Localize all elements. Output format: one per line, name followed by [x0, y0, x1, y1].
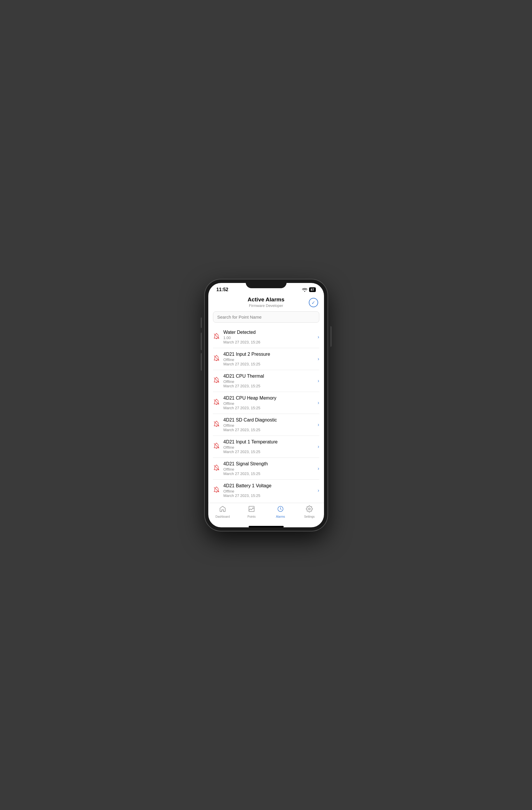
- tab-bar: Dashboard Points Alarms: [208, 503, 324, 524]
- alarm-item[interactable]: 4D21 Input 2 Pressure Offline March 27 2…: [213, 348, 319, 370]
- circle-check-icon[interactable]: ✓: [309, 298, 318, 307]
- alarm-list: Water Detected 1.00 March 27 2023, 15:26…: [208, 326, 324, 503]
- status-icons: 87: [302, 287, 316, 292]
- alarm-name: 4D21 Signal Strength: [223, 461, 316, 467]
- alarm-content: 4D21 Signal Strength Offline March 27 20…: [223, 461, 316, 476]
- alarm-status: Offline: [223, 379, 316, 384]
- alarm-item[interactable]: 4D21 Input 1 Temperature Offline March 2…: [213, 436, 319, 458]
- power-button: [330, 326, 332, 347]
- alarm-content: 4D21 Input 2 Pressure Offline March 27 2…: [223, 352, 316, 366]
- alarm-name: 4D21 CPU Thermal: [223, 374, 316, 379]
- alarm-content: 4D21 CPU Thermal Offline March 27 2023, …: [223, 374, 316, 388]
- page-subtitle: Firmware Developer: [214, 304, 318, 308]
- alarm-bell-icon: [213, 333, 220, 341]
- alarm-status: Offline: [223, 445, 316, 450]
- alarm-item[interactable]: 4D21 CPU Heap Memory Offline March 27 20…: [213, 392, 319, 414]
- alarms-icon: [277, 505, 284, 514]
- alarm-status: Offline: [223, 467, 316, 471]
- alarm-name: 4D21 Input 1 Temperature: [223, 439, 316, 444]
- search-input[interactable]: [213, 311, 319, 323]
- alarm-bell-icon: [213, 464, 220, 473]
- tab-points[interactable]: Points: [237, 505, 266, 518]
- phone-frame: 11:52 87 Active Alarms Firmware Develope…: [205, 279, 328, 531]
- tab-dashboard[interactable]: Dashboard: [208, 505, 237, 518]
- notch: [246, 279, 287, 288]
- header-action-button[interactable]: ✓: [309, 298, 318, 307]
- alarm-content: 4D21 SD Card Diagnostic Offline March 27…: [223, 418, 316, 432]
- dashboard-icon: [219, 505, 226, 514]
- alarm-date: March 27 2023, 15:25: [223, 362, 316, 366]
- alarm-date: March 27 2023, 15:26: [223, 340, 316, 344]
- alarm-bell-icon: [213, 376, 220, 385]
- tab-alarms[interactable]: Alarms: [266, 505, 295, 518]
- alarm-chevron-icon: ›: [318, 488, 319, 493]
- alarm-chevron-icon: ›: [318, 466, 319, 471]
- alarm-date: March 27 2023, 15:25: [223, 493, 316, 498]
- home-indicator: [249, 526, 284, 527]
- page-header: Active Alarms Firmware Developer ✓: [208, 294, 324, 311]
- tab-settings[interactable]: Settings: [295, 505, 324, 518]
- alarm-bell-icon: [213, 399, 220, 407]
- page-title: Active Alarms: [214, 296, 318, 303]
- battery-indicator: 87: [309, 287, 316, 292]
- alarm-name: Water Detected: [223, 330, 316, 335]
- alarm-bell-icon: [213, 442, 220, 451]
- alarm-item[interactable]: 4D21 CPU Thermal Offline March 27 2023, …: [213, 370, 319, 392]
- alarm-status: Offline: [223, 357, 316, 362]
- alarm-content: 4D21 Input 1 Temperature Offline March 2…: [223, 439, 316, 454]
- alarm-chevron-icon: ›: [318, 444, 319, 449]
- tab-dashboard-label: Dashboard: [216, 515, 230, 518]
- alarm-chevron-icon: ›: [318, 422, 319, 427]
- alarm-status: 1.00: [223, 336, 316, 340]
- alarm-item[interactable]: 4D21 Battery 1 Voltage Offline March 27 …: [213, 480, 319, 501]
- volume-up-button: [201, 333, 202, 350]
- status-time: 11:52: [216, 287, 229, 292]
- alarm-chevron-icon: ›: [318, 356, 319, 361]
- tab-points-label: Points: [247, 515, 256, 518]
- points-icon: [248, 505, 255, 514]
- alarm-name: 4D21 Battery 1 Voltage: [223, 483, 316, 488]
- alarm-date: March 27 2023, 15:25: [223, 406, 316, 410]
- alarm-status: Offline: [223, 401, 316, 406]
- svg-rect-8: [249, 506, 254, 512]
- alarm-content: 4D21 Battery 1 Voltage Offline March 27 …: [223, 483, 316, 498]
- alarm-chevron-icon: ›: [318, 335, 319, 340]
- alarm-name: 4D21 CPU Heap Memory: [223, 395, 316, 401]
- tab-settings-label: Settings: [304, 515, 315, 518]
- alarm-bell-icon: [213, 355, 220, 363]
- alarm-chevron-icon: ›: [318, 400, 319, 405]
- alarm-item[interactable]: 4D21 Signal Strength Offline March 27 20…: [213, 458, 319, 480]
- alarm-content: 4D21 CPU Heap Memory Offline March 27 20…: [223, 395, 316, 410]
- silent-button: [201, 318, 202, 328]
- alarm-name: 4D21 Input 2 Pressure: [223, 352, 316, 357]
- alarm-bell-icon: [213, 420, 220, 429]
- alarm-bell-icon: [213, 486, 220, 495]
- alarm-item[interactable]: Water Detected 1.00 March 27 2023, 15:26…: [213, 326, 319, 348]
- alarm-content: Water Detected 1.00 March 27 2023, 15:26: [223, 330, 316, 344]
- alarm-chevron-icon: ›: [318, 378, 319, 384]
- alarm-status: Offline: [223, 423, 316, 428]
- tab-alarms-label: Alarms: [276, 515, 285, 518]
- settings-icon: [306, 505, 313, 514]
- wifi-icon: [302, 288, 307, 292]
- alarm-item[interactable]: 4D21 SD Card Diagnostic Offline March 27…: [213, 414, 319, 436]
- volume-down-button: [201, 353, 202, 371]
- alarm-name: 4D21 SD Card Diagnostic: [223, 418, 316, 423]
- alarm-status: Offline: [223, 489, 316, 493]
- alarm-date: March 27 2023, 15:25: [223, 450, 316, 454]
- svg-point-10: [309, 508, 310, 510]
- alarm-date: March 27 2023, 15:25: [223, 471, 316, 476]
- phone-screen: 11:52 87 Active Alarms Firmware Develope…: [208, 283, 324, 527]
- search-container: [208, 311, 324, 326]
- alarm-date: March 27 2023, 15:25: [223, 428, 316, 432]
- alarm-date: March 27 2023, 15:25: [223, 384, 316, 388]
